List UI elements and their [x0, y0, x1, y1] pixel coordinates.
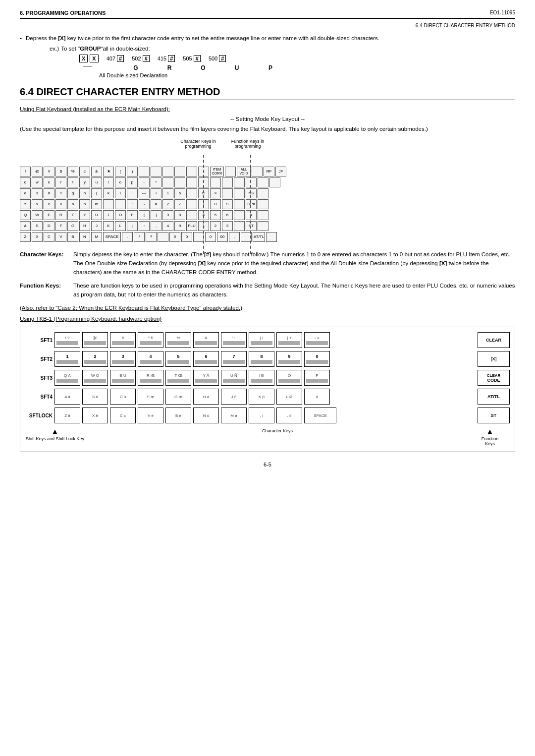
key-amp: & [91, 167, 102, 176]
tkb-key-5-9: . ó [276, 407, 302, 423]
key-blank1 [139, 167, 150, 176]
key-b41 [258, 221, 268, 231]
char-keys-section: Character Keys: Simply depress the key t… [20, 250, 515, 299]
key-R: R [55, 210, 66, 220]
tkb-key-4-8: K β [249, 389, 274, 405]
key-m: m [91, 199, 102, 209]
kbd-row-2: q w e r t y u i o p ~ ^ [20, 177, 515, 187]
key-apos: ' [127, 199, 138, 209]
note-text: (Use the special template for this purpo… [20, 125, 515, 133]
letter-r: R [157, 64, 182, 71]
key-at: @ [32, 167, 43, 176]
kbd-row-4: z x c v b n m ' - = 2 7 7 8 9 DP# [20, 199, 515, 209]
key-b22 [186, 199, 197, 209]
key-blank4 [174, 167, 185, 176]
key-minus: - [139, 199, 150, 209]
key-b14 [258, 188, 268, 198]
tkb-key-4-6: H á [193, 389, 219, 405]
key-b20 [103, 199, 114, 209]
key-p: p [127, 177, 138, 187]
key-lparen: ( [115, 167, 126, 176]
page-number: 6-5 [20, 462, 515, 467]
key-hash: # [44, 167, 54, 176]
tkb-row-sft4: SFT4 A ä S ö D ü F æ G œ H á J ñ K β L Ø… [25, 389, 510, 405]
example-desc: To set "GROUP"all in double-sized: [61, 46, 150, 52]
key-comma: , [151, 221, 161, 231]
key-equals: = [151, 199, 161, 209]
key-slash: / [134, 232, 145, 242]
char-keys-row: Character Keys: Simply depress the key t… [20, 250, 515, 277]
key-percent: % [67, 167, 78, 176]
tkb-key-1-3: # [110, 332, 136, 348]
func-keys-bottom-label: ▲ FunctionKeys [470, 427, 510, 446]
tkb-key-1-6: & [193, 332, 219, 348]
tkb-key-4-9: L Ø [276, 389, 302, 405]
key-F: F [55, 221, 66, 231]
key-L: L [115, 221, 126, 231]
tkb-keyboard: SFT1 ! ? ‖£ # * $ % & ' : [ / ] + - = CL… [20, 327, 515, 452]
letter-u: U [224, 64, 250, 71]
example-section: ex.) To set "GROUP"all in double-sized: … [50, 46, 515, 78]
also-refer: (Also, refer to "Case 2: When the ECR Ke… [20, 305, 515, 311]
key-b32 [258, 210, 268, 220]
tkb-key-1-5: % [165, 332, 191, 348]
key-b6 [222, 177, 233, 187]
kbd-row-6: A S D F G H J K L ; : , 4 9 PLU 1 2 3 ST [20, 221, 515, 231]
key-b23 [234, 199, 245, 209]
key-G: G [67, 221, 78, 231]
tkb-row-sftlock: SFTLOCK Z â X ê C ç V é B è N ú M á , í … [25, 407, 510, 423]
tkb-key-3-4: R Æ [138, 370, 163, 386]
key-cv: c [44, 199, 54, 209]
section-title-header: 6. PROGRAMMING OPERATIONS [20, 10, 106, 16]
key-b2 [174, 177, 185, 187]
tkb-key-5-7: M á [221, 407, 247, 423]
key-b40 [234, 221, 245, 231]
key-S: S [32, 221, 43, 231]
key-ATTL: AT/TL [253, 232, 265, 242]
key-V: V [55, 232, 66, 242]
letter-row: G R O U P [123, 64, 515, 71]
key-sp2 [252, 167, 263, 176]
char-keys-label: Character Keys: [20, 250, 69, 277]
key-I: I [103, 210, 114, 220]
section-main-title: 6.4 DIRECT CHARACTER ENTRY METHOD [20, 86, 515, 100]
key-x: x [32, 199, 43, 209]
key-0: 0 [181, 232, 192, 242]
key-question: ? [146, 232, 157, 242]
key-6b: 6 [222, 210, 233, 220]
key-E: E [44, 210, 54, 220]
key-rbrk: ] [151, 210, 161, 220]
sft2-label: SFT2 [25, 356, 53, 362]
tkb-key-3-1: Q Ä [54, 370, 80, 386]
key-seq-item-3: 415 # [158, 55, 175, 62]
key-hash2: # [246, 210, 257, 220]
key-q: q [20, 177, 31, 187]
key-b31 [234, 210, 245, 220]
key-b: b [67, 199, 78, 209]
key-f: f [55, 188, 66, 198]
dashed-line-func [250, 155, 251, 254]
key-K: K [103, 221, 114, 231]
tkb-key-attl: AT/TL [478, 389, 510, 405]
tkb-key-4-5: G œ [165, 389, 191, 405]
key-Q: Q [20, 210, 31, 220]
key-U: U [91, 210, 102, 220]
shift-keys-label: ▲ Shift Keys and Shift Lock Key [25, 427, 85, 441]
key-W: W [32, 210, 43, 220]
key-star: ★ [103, 167, 114, 176]
tkb-key-3-8: I Ð [249, 370, 274, 386]
letter-o: O [190, 64, 216, 71]
sftlock-label: SFTLOCK [25, 413, 53, 418]
tkb-key-3-7: U Ñ [221, 370, 247, 386]
sft3-label: SFT3 [25, 375, 53, 381]
key-blank2 [151, 167, 161, 176]
tkb-key-1-4: * $ [138, 332, 163, 348]
tkb-key-2-10: 0 [304, 351, 330, 367]
tkb-key-1-8: [ / [249, 332, 274, 348]
key-t: t [67, 177, 78, 187]
key-i: i [103, 177, 114, 187]
key-b21 [115, 199, 126, 209]
key-Y: Y [79, 210, 90, 220]
tkb-key-code: CLEAR CODE [478, 370, 510, 386]
tkb-key-3-10: P [304, 370, 330, 386]
